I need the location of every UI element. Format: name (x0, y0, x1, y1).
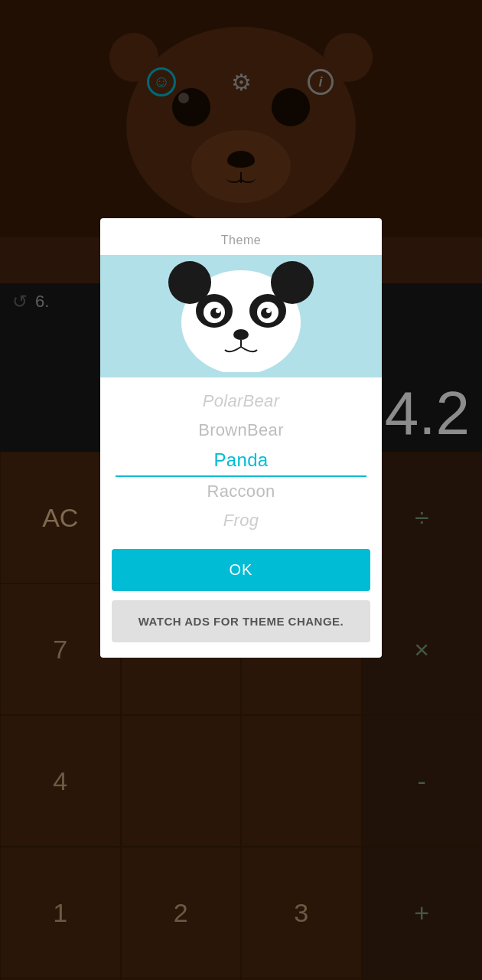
theme-item-frog[interactable]: Frog (116, 506, 366, 535)
svg-point-9 (216, 309, 220, 313)
watch-ads-button[interactable]: WATCH ADS FOR THEME CHANGE. (112, 600, 370, 642)
theme-item-brownbear[interactable]: BrownBear (116, 416, 366, 445)
theme-list: PolarBear BrownBear Panda Raccoon Frog (100, 377, 382, 541)
theme-item-polarbear[interactable]: PolarBear (116, 387, 366, 416)
theme-item-panda[interactable]: Panda (116, 445, 366, 477)
panda-image (100, 255, 382, 377)
ok-button[interactable]: OK (112, 549, 370, 591)
panda-svg (168, 261, 314, 372)
theme-dialog: Theme Po (100, 218, 382, 658)
svg-point-10 (266, 309, 271, 313)
svg-point-11 (233, 329, 249, 340)
dialog-title: Theme (100, 218, 382, 255)
theme-item-raccoon[interactable]: Raccoon (116, 477, 366, 506)
